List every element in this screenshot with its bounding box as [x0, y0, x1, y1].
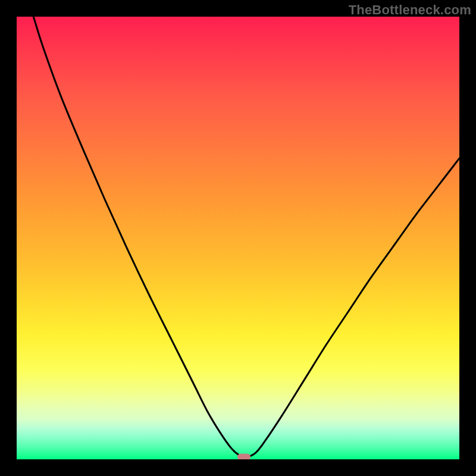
optimal-point-marker: [237, 454, 250, 459]
watermark-text: TheBottleneck.com: [349, 2, 471, 18]
plot-area: [17, 17, 459, 459]
bottleneck-curve: [17, 17, 459, 459]
chart-frame: TheBottleneck.com: [0, 0, 476, 476]
